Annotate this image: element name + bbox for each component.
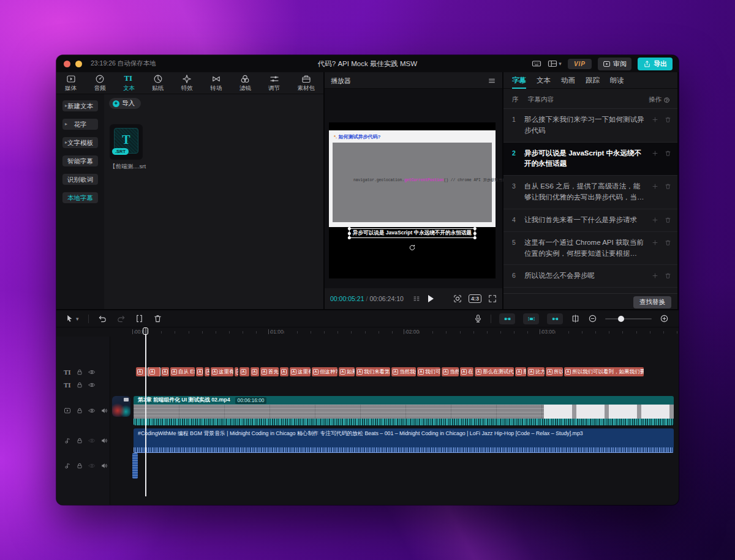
text-clip[interactable]: A bbox=[280, 367, 288, 376]
text-clip[interactable]: A如果 bbox=[339, 367, 355, 376]
resize-handle[interactable] bbox=[348, 227, 351, 230]
tab-文本[interactable]: 文本 bbox=[537, 72, 551, 89]
snapshot-icon[interactable] bbox=[453, 294, 462, 303]
timeline-zoom-slider[interactable] bbox=[605, 318, 652, 319]
eye-icon[interactable] bbox=[88, 462, 96, 469]
toolbar-item-音频[interactable]: 音频 bbox=[94, 74, 105, 92]
toolbar-item-转场[interactable]: 转场 bbox=[210, 74, 222, 92]
subtitle-overlay[interactable]: 异步可以说是 JavaScript 中永远绕不开的永恒话题 bbox=[349, 228, 475, 238]
text-clip[interactable]: A bbox=[235, 367, 238, 376]
eye-icon[interactable] bbox=[88, 407, 96, 414]
srt-file-card[interactable]: T .SRT bbox=[110, 124, 143, 160]
close-button[interactable] bbox=[64, 61, 70, 67]
record-voiceover-button[interactable] bbox=[473, 314, 483, 323]
toolbar-item-素材包[interactable]: 素材包 bbox=[298, 74, 315, 92]
subtitle-row-text[interactable]: 所以说怎么不会异步呢 bbox=[524, 271, 644, 282]
subtitle-row-text[interactable]: 异步可以说是 JavaScript 中永远绕不开的永恒话题 bbox=[524, 148, 644, 170]
tab-朗读[interactable]: 朗读 bbox=[610, 72, 624, 89]
text-clip[interactable]: A bbox=[148, 367, 160, 376]
delete-subtitle-icon[interactable] bbox=[665, 150, 671, 157]
sidebar-item-新建文本[interactable]: ▸新建文本 bbox=[62, 100, 98, 111]
zoom-in-button[interactable] bbox=[660, 314, 669, 323]
subtitle-row-text[interactable]: 让我们首先来看一下什么是异步请求 bbox=[524, 215, 644, 226]
fullscreen-icon[interactable] bbox=[488, 294, 497, 303]
speaker-icon[interactable] bbox=[100, 437, 108, 444]
text-clip[interactable]: A那 bbox=[515, 367, 526, 376]
tab-跟踪[interactable]: 跟踪 bbox=[586, 72, 600, 89]
playhead[interactable] bbox=[145, 327, 146, 496]
playhead-marker[interactable] bbox=[143, 327, 148, 335]
eye-icon[interactable] bbox=[88, 381, 96, 389]
text-clip[interactable]: A但这种7 bbox=[312, 367, 337, 376]
resize-handle[interactable] bbox=[473, 232, 477, 235]
import-button[interactable]: + 导入 bbox=[109, 98, 141, 109]
text-clip[interactable]: A我们来看第二种，使 bbox=[356, 367, 390, 376]
select-tool[interactable]: ▾ bbox=[65, 314, 79, 323]
play-button[interactable] bbox=[428, 295, 434, 302]
add-subtitle-icon[interactable] bbox=[652, 150, 658, 157]
text-clip[interactable]: A bbox=[205, 367, 209, 376]
delete-subtitle-icon[interactable] bbox=[665, 183, 671, 190]
player-menu-icon[interactable] bbox=[488, 77, 496, 85]
resize-handle[interactable] bbox=[348, 236, 351, 239]
toolbar-item-媒体[interactable]: 媒体 bbox=[65, 74, 77, 92]
lock-icon[interactable] bbox=[76, 407, 83, 414]
undo-button[interactable] bbox=[98, 314, 107, 323]
layout-switcher[interactable]: ▾ bbox=[548, 59, 562, 69]
lock-icon[interactable] bbox=[76, 437, 83, 444]
subtitle-row[interactable]: 6所以说怎么不会异步呢 bbox=[503, 265, 677, 288]
toolbar-item-滤镜[interactable]: 滤镜 bbox=[239, 74, 251, 92]
subtitle-row[interactable]: 5这里有一个通过 Chrome API 获取当前位置的实例，何想要知道让要根据 … bbox=[503, 232, 677, 266]
text-clip[interactable]: A这里有– bbox=[211, 367, 233, 376]
auto-snap-toggle[interactable] bbox=[499, 313, 515, 324]
subtitle-row[interactable]: 2异步可以说是 JavaScript 中永远绕不开的永恒话题 bbox=[503, 143, 677, 176]
delete-subtitle-icon[interactable] bbox=[665, 239, 671, 246]
sidebar-item-花字[interactable]: ▸花字 bbox=[62, 119, 98, 130]
text-clip[interactable]: A自从 ES bbox=[170, 367, 195, 376]
preview-axis-button[interactable] bbox=[571, 314, 580, 323]
text-clip[interactable]: A比方 bbox=[527, 367, 545, 376]
video-thumbnail[interactable] bbox=[112, 396, 130, 417]
add-subtitle-icon[interactable] bbox=[652, 239, 658, 246]
lock-icon[interactable] bbox=[76, 381, 83, 389]
eye-icon[interactable] bbox=[88, 368, 96, 376]
keyboard-shortcuts-icon[interactable] bbox=[532, 59, 541, 69]
subtitle-row[interactable]: 3自从 ES6 之后，提供了高级语法，能够让我们优雅的去写出异步代码，当然也让我… bbox=[503, 176, 677, 209]
timeline-ruler[interactable]: 00:0001:0002:0003:00 bbox=[110, 327, 679, 337]
frame-preview-icon[interactable] bbox=[412, 294, 421, 303]
text-clip[interactable]: A bbox=[239, 367, 249, 376]
subtitle-row[interactable]: 4让我们首先来看一下什么是异步请求 bbox=[503, 209, 677, 232]
tab-字幕[interactable]: 字幕 bbox=[512, 72, 526, 89]
toolbar-item-文本[interactable]: TI文本 bbox=[123, 74, 135, 92]
resize-handle[interactable] bbox=[348, 232, 351, 235]
link-toggle[interactable] bbox=[547, 313, 563, 324]
toolbar-item-调节[interactable]: 调节 bbox=[268, 74, 280, 92]
delete-subtitle-icon[interactable] bbox=[665, 116, 671, 123]
speaker-icon[interactable] bbox=[100, 462, 108, 469]
current-timecode[interactable]: 00:00:05:21 bbox=[330, 295, 364, 302]
speaker-icon[interactable] bbox=[100, 407, 108, 414]
eye-icon[interactable] bbox=[88, 437, 96, 444]
text-clip[interactable]: A这里有 bbox=[290, 367, 311, 376]
minimize-button[interactable] bbox=[75, 61, 82, 67]
add-subtitle-icon[interactable] bbox=[652, 272, 658, 279]
zoom-out-button[interactable] bbox=[588, 314, 597, 323]
find-replace-button[interactable]: 查找替换 bbox=[633, 296, 671, 308]
sidebar-item-识别歌词[interactable]: 识别歌词 bbox=[62, 174, 98, 185]
text-clip[interactable]: A在 bbox=[460, 367, 473, 376]
subtitle-row[interactable]: 7也就是说代表有延时，这个结果是延迟返回的 bbox=[503, 288, 677, 293]
aspect-ratio-button[interactable]: 4:3 bbox=[469, 294, 481, 303]
add-subtitle-icon[interactable] bbox=[652, 183, 658, 190]
resize-handle[interactable] bbox=[473, 227, 477, 230]
audio-clip-short[interactable] bbox=[132, 453, 138, 479]
zoom-slider-knob[interactable] bbox=[618, 316, 624, 322]
add-subtitle-icon[interactable] bbox=[652, 217, 658, 223]
resize-handle[interactable] bbox=[473, 236, 477, 239]
lock-icon[interactable] bbox=[76, 462, 83, 469]
text-clip[interactable]: A那么在测试代码 bbox=[475, 367, 514, 376]
vip-button[interactable]: VIP bbox=[568, 59, 592, 69]
delete-subtitle-icon[interactable] bbox=[665, 217, 671, 223]
subtitle-row-text[interactable]: 那么接下来我们来学习一下如何测试异步代码 bbox=[524, 114, 644, 136]
audio-clip[interactable]: #CodingWithMe 编程 BGM 背景音乐 | Midnight Cod… bbox=[134, 428, 674, 453]
rotate-handle-icon[interactable] bbox=[409, 244, 417, 252]
